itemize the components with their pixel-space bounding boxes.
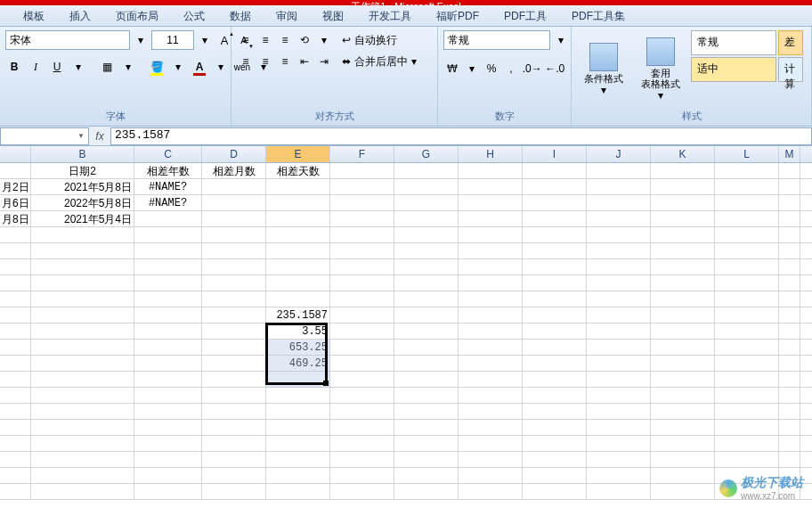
column-header-D[interactable]: D (202, 146, 266, 162)
cell[interactable] (330, 468, 394, 483)
cell[interactable] (587, 227, 651, 242)
cell[interactable] (651, 179, 715, 194)
cell[interactable] (202, 275, 266, 291)
cell[interactable] (330, 420, 394, 435)
align-bottom-icon[interactable]: ≡ (276, 30, 294, 50)
bold-button[interactable]: B (5, 57, 23, 77)
font-name-input[interactable] (5, 30, 130, 50)
cell[interactable] (330, 324, 394, 339)
tab-data[interactable]: 数据 (217, 5, 264, 26)
cell[interactable] (134, 243, 202, 258)
font-size-dropdown-icon[interactable]: ▾ (196, 30, 214, 50)
decrease-indent-icon[interactable]: ⇤ (296, 52, 313, 71)
cell[interactable] (779, 356, 800, 371)
cell[interactable] (459, 372, 523, 387)
cell[interactable] (330, 484, 394, 499)
number-format-input[interactable] (443, 30, 550, 50)
increase-decimal-icon[interactable]: .0→ (522, 59, 543, 78)
cell[interactable] (523, 404, 587, 419)
cell[interactable] (202, 340, 266, 355)
conditional-format-button[interactable]: 条件格式 ▾ (577, 30, 630, 108)
currency-dropdown-icon[interactable]: ▾ (463, 59, 481, 78)
name-box[interactable]: ▼ (0, 127, 89, 145)
cell[interactable] (715, 275, 779, 291)
cell[interactable] (0, 291, 31, 307)
style-normal[interactable]: 常规 (691, 30, 776, 55)
cell[interactable] (330, 275, 394, 291)
cell[interactable] (202, 291, 266, 307)
cell[interactable] (394, 404, 459, 419)
cell[interactable] (779, 388, 800, 403)
cell[interactable] (587, 324, 651, 339)
cell[interactable] (394, 388, 459, 403)
tab-review[interactable]: 审阅 (264, 5, 310, 26)
cell[interactable] (779, 307, 800, 323)
cell[interactable] (523, 179, 587, 194)
tab-pdf-tools[interactable]: PDF工具 (491, 5, 559, 26)
cell[interactable] (459, 468, 523, 483)
cell[interactable] (394, 179, 459, 194)
cell[interactable] (31, 404, 134, 419)
cell[interactable]: 相差年数 (134, 163, 202, 178)
cell[interactable] (651, 404, 715, 419)
style-good[interactable]: 适中 (691, 57, 776, 82)
cell[interactable] (0, 452, 31, 467)
column-header-A[interactable] (0, 146, 31, 162)
cell[interactable] (715, 340, 779, 355)
cell[interactable] (202, 324, 266, 339)
cell[interactable]: 2021年5月4日 (31, 211, 134, 226)
cell[interactable] (779, 275, 800, 291)
italic-button[interactable]: I (27, 57, 45, 77)
cell[interactable] (330, 163, 394, 178)
cell[interactable] (134, 259, 202, 274)
cell[interactable] (587, 484, 651, 499)
cell[interactable] (715, 356, 779, 371)
cell[interactable] (394, 452, 459, 467)
cell[interactable] (31, 291, 134, 307)
cell[interactable] (587, 340, 651, 355)
cell[interactable] (330, 259, 394, 274)
cell[interactable] (459, 452, 523, 467)
cell[interactable] (0, 259, 31, 274)
cell[interactable] (202, 259, 266, 274)
tab-view[interactable]: 视图 (310, 5, 356, 26)
cell[interactable] (715, 243, 779, 258)
cell[interactable] (651, 356, 715, 371)
percent-button[interactable]: % (483, 59, 500, 78)
cell[interactable] (779, 324, 800, 339)
cell[interactable] (779, 259, 800, 274)
cell[interactable] (394, 340, 459, 355)
column-header-G[interactable]: G (394, 146, 459, 162)
cell[interactable] (31, 484, 134, 499)
cell[interactable] (134, 211, 202, 226)
cell[interactable] (523, 259, 587, 274)
cell[interactable] (266, 275, 330, 291)
cell[interactable] (31, 259, 134, 274)
cell[interactable] (651, 372, 715, 387)
column-header-I[interactable]: I (523, 146, 587, 162)
table-format-dropdown-icon[interactable]: ▾ (658, 89, 663, 102)
cell[interactable] (134, 420, 202, 435)
cell[interactable] (330, 372, 394, 387)
cell[interactable] (779, 452, 800, 467)
orientation-dropdown-icon[interactable]: ▾ (315, 30, 333, 50)
column-header-L[interactable]: L (715, 146, 779, 162)
cell[interactable] (134, 388, 202, 403)
cell[interactable] (394, 356, 459, 371)
cell[interactable]: 月8日 (0, 211, 31, 226)
cell[interactable] (715, 436, 779, 451)
cell[interactable] (202, 195, 266, 210)
cell[interactable] (134, 372, 202, 387)
align-right-icon[interactable]: ≡ (276, 52, 294, 71)
cell[interactable] (523, 388, 587, 403)
cell[interactable]: #NAME? (134, 179, 202, 194)
border-dropdown-icon[interactable]: ▾ (119, 57, 137, 77)
cell[interactable] (134, 356, 202, 371)
cell[interactable] (651, 195, 715, 210)
cell[interactable] (0, 436, 31, 451)
cell[interactable] (134, 436, 202, 451)
cell[interactable] (266, 452, 330, 467)
column-header-J[interactable]: J (587, 146, 651, 162)
cell[interactable] (202, 211, 266, 226)
cell[interactable] (779, 420, 800, 435)
